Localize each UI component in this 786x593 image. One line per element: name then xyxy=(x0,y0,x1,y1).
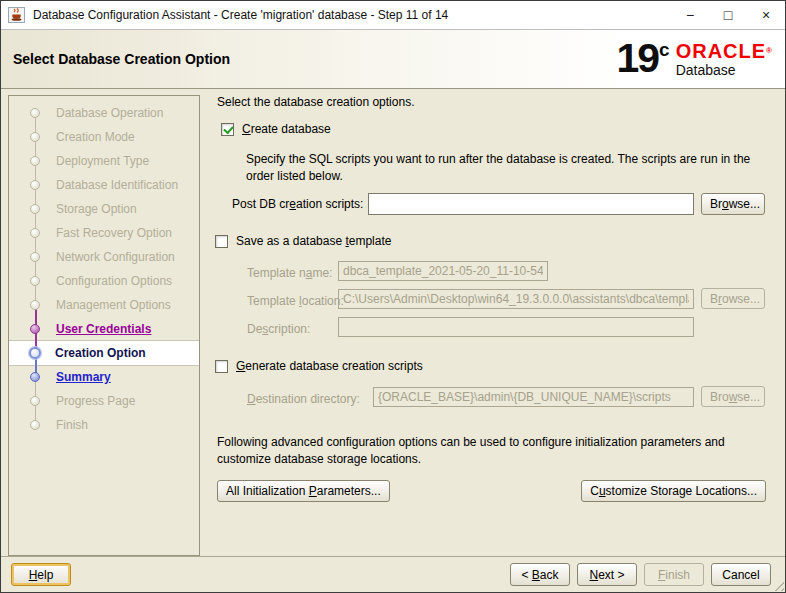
save-template-label[interactable]: Save as a database template xyxy=(236,234,391,248)
step-bullet-icon xyxy=(30,228,40,238)
template-location-label: Template location: xyxy=(247,294,344,308)
logo-database-text: Database xyxy=(676,62,773,78)
step-bullet-icon xyxy=(30,108,40,118)
create-database-checkbox[interactable] xyxy=(221,123,234,136)
sidebar-step-label[interactable]: User Credentials xyxy=(56,322,151,336)
close-icon[interactable]: × xyxy=(747,1,785,29)
help-button[interactable]: Help xyxy=(11,563,71,586)
page-title: Select Database Creation Option xyxy=(13,51,230,67)
sidebar-step-label: Deployment Type xyxy=(56,154,149,168)
sidebar-step-label: Creation Option xyxy=(55,346,146,360)
description-input xyxy=(338,317,694,337)
sidebar-step-label: Progress Page xyxy=(56,394,135,408)
cancel-button[interactable]: Cancel xyxy=(711,563,771,586)
sidebar-step-label: Finish xyxy=(56,418,88,432)
step-bullet-icon xyxy=(30,300,40,310)
advanced-options-note: Following advanced configuration options… xyxy=(217,434,745,468)
sidebar-step-deployment-type: Deployment Type xyxy=(9,149,199,173)
step-bullet-icon xyxy=(30,180,40,190)
destination-directory-input xyxy=(373,387,694,407)
java-app-icon xyxy=(8,6,26,24)
wizard-steps-sidebar: Database Operation Creation Mode Deploym… xyxy=(8,95,200,556)
template-location-input xyxy=(338,289,694,309)
post-db-scripts-input[interactable] xyxy=(368,193,694,215)
post-scripts-note: Specify the SQL scripts you want to run … xyxy=(246,151,754,185)
step-bullet-icon xyxy=(30,396,40,406)
step-bullet-icon xyxy=(30,132,40,142)
step-bullet-icon xyxy=(30,276,40,286)
sidebar-step-creation-option: Creation Option xyxy=(9,341,199,365)
template-name-label: Template name: xyxy=(247,266,332,280)
maximize-icon[interactable]: □ xyxy=(709,1,747,29)
template-name-input xyxy=(338,261,548,281)
step-bullet-icon xyxy=(30,204,40,214)
all-initialization-parameters-button[interactable]: All Initialization Parameters... xyxy=(217,480,390,502)
finish-button: Finish xyxy=(644,563,704,586)
dbca-wizard-window: Database Configuration Assistant - Creat… xyxy=(0,0,786,593)
sidebar-step-label: Storage Option xyxy=(56,202,137,216)
back-button[interactable]: < Back xyxy=(510,563,570,586)
title-bar: Database Configuration Assistant - Creat… xyxy=(1,1,785,30)
create-database-row: Create database xyxy=(221,122,331,136)
sidebar-step-database-identification: Database Identification xyxy=(9,173,199,197)
resize-grip-icon[interactable] xyxy=(771,578,784,591)
sidebar-step-network-configuration: Network Configuration xyxy=(9,245,199,269)
wizard-header: Select Database Creation Option 19 c ORA… xyxy=(1,30,785,89)
sidebar-step-configuration-options: Configuration Options xyxy=(9,269,199,293)
sidebar-step-label: Fast Recovery Option xyxy=(56,226,172,240)
registered-mark: ® xyxy=(766,46,773,55)
logo-version-number: 19 xyxy=(616,36,658,80)
sidebar-step-user-credentials[interactable]: User Credentials xyxy=(9,317,199,341)
save-template-checkbox[interactable] xyxy=(215,235,228,248)
logo-version-suffix: c xyxy=(659,39,670,61)
sidebar-step-summary[interactable]: Summary xyxy=(9,365,199,389)
oracle-wordmark: ORACLE xyxy=(676,40,766,62)
step-bullet-icon xyxy=(30,156,40,166)
create-database-label[interactable]: Create database xyxy=(242,122,331,136)
step-bullet-icon xyxy=(30,324,40,334)
wizard-nav-buttons: < Back Next > Finish Cancel xyxy=(510,563,771,586)
generate-scripts-label[interactable]: Generate database creation scripts xyxy=(236,359,423,373)
sidebar-step-finish: Finish xyxy=(9,413,199,437)
sidebar-step-label: Management Options xyxy=(56,298,171,312)
customize-storage-locations-button[interactable]: Customize Storage Locations... xyxy=(581,480,766,502)
save-template-row: Save as a database template xyxy=(215,234,391,248)
generate-scripts-row: Generate database creation scripts xyxy=(215,359,423,373)
template-location-browse-button: Browse... xyxy=(701,288,765,309)
sidebar-step-label: Creation Mode xyxy=(56,130,135,144)
sidebar-step-label[interactable]: Summary xyxy=(56,370,111,384)
next-button[interactable]: Next > xyxy=(577,563,637,586)
minimize-icon[interactable]: − xyxy=(671,1,709,29)
post-db-browse-button[interactable]: Browse... xyxy=(701,193,765,215)
description-label: Description: xyxy=(247,322,310,336)
creation-option-panel: Select the database creation options. Cr… xyxy=(200,89,785,556)
wizard-button-bar: Help < Back Next > Finish Cancel xyxy=(1,556,785,592)
generate-scripts-checkbox[interactable] xyxy=(215,360,228,373)
sidebar-step-label: Network Configuration xyxy=(56,250,175,264)
sidebar-step-label: Configuration Options xyxy=(56,274,172,288)
panel-intro-text: Select the database creation options. xyxy=(217,95,414,109)
post-db-scripts-label: Post DB creation scripts: xyxy=(232,197,363,211)
destination-browse-button: Browse... xyxy=(701,386,765,407)
destination-directory-label: Destination directory: xyxy=(247,392,360,406)
step-bullet-icon xyxy=(30,252,40,262)
sidebar-step-creation-mode: Creation Mode xyxy=(9,125,199,149)
window-controls: − □ × xyxy=(671,1,785,29)
sidebar-step-label: Database Operation xyxy=(56,106,163,120)
sidebar-step-storage-option: Storage Option xyxy=(9,197,199,221)
sidebar-step-fast-recovery-option: Fast Recovery Option xyxy=(9,221,199,245)
sidebar-step-progress-page: Progress Page xyxy=(9,389,199,413)
sidebar-step-management-options: Management Options xyxy=(9,293,199,317)
sidebar-step-label: Database Identification xyxy=(56,178,178,192)
step-bullet-icon xyxy=(30,372,40,382)
step-bullet-icon xyxy=(30,420,40,430)
sidebar-step-database-operation: Database Operation xyxy=(9,101,199,125)
oracle-19c-database-logo: 19 c ORACLE® Database xyxy=(616,36,773,80)
wizard-body: Database Operation Creation Mode Deploym… xyxy=(1,89,785,556)
step-bullet-icon xyxy=(29,347,41,359)
window-title: Database Configuration Assistant - Creat… xyxy=(33,8,448,22)
